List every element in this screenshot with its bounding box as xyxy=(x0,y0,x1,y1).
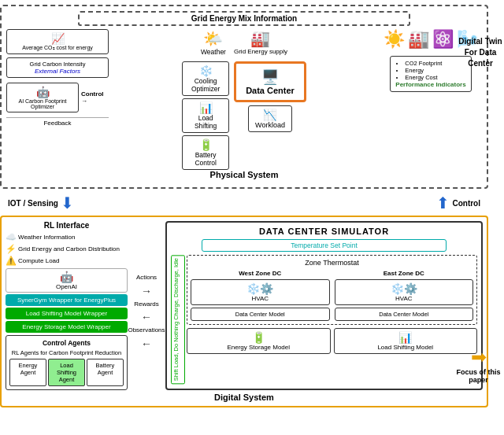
east-dc-model-box: Data Center Model xyxy=(335,308,474,321)
workload-label: Workload xyxy=(255,121,285,129)
openai-box: 🤖 OpenAI xyxy=(6,268,128,293)
load-shifting-phys-box: 📊 Load Shifting xyxy=(182,98,229,133)
dc-sim-title: DATA CENTER SIMULATOR xyxy=(171,227,477,236)
energy-agent-box: Energy Agent xyxy=(9,359,46,386)
zones-row: West Zone DC ❄️⚙️ HVAC Data Center Model xyxy=(191,270,473,321)
workload-icon: 📉 xyxy=(255,109,285,121)
control-agents-title: Control Agents xyxy=(9,339,124,347)
iot-group: IOT / Sensing ⬇ xyxy=(8,194,74,212)
grid-info-text: Grid Energy and Carbon Distribution xyxy=(18,245,120,253)
grid-energy-banner: Grid Energy Mix Information xyxy=(78,11,411,26)
battery-agent-label: Battery Agent xyxy=(96,362,115,376)
load-shifting-agent-label: Load Shifting Agent xyxy=(57,362,76,383)
battery-box: 🔋 Battery Control xyxy=(182,135,229,170)
center-controls-col: ❄️ Cooling Optimizer 📊 Load Shifting 🔋 B… xyxy=(182,61,229,170)
zone-thermostat: Zone Thermostat West Zone DC ❄️⚙️ HVAC xyxy=(187,255,477,325)
compute-info-item: ⚠️ Compute Load xyxy=(6,256,128,266)
weather-rl-icon: ☁️ xyxy=(6,232,17,242)
openai-label: OpenAI xyxy=(9,283,124,290)
agents-subtitle: RL Agents for Carbon Footprint Reduction xyxy=(9,349,124,356)
workload-box: 📉 Workload xyxy=(248,105,292,132)
agents-row: Energy Agent Load Shifting Agent Battery… xyxy=(9,359,124,386)
iot-arrow-down: ⬇ xyxy=(61,194,74,212)
rl-info-items: ☁️ Weather Information ⚡ Grid Energy and… xyxy=(6,232,128,266)
load-shifting-wrapper: Load Shifting Model Wrapper xyxy=(6,308,128,319)
control-group: ⬆ Control xyxy=(436,194,480,212)
battery-icon: 🔋 xyxy=(187,138,224,151)
dc-label: Data Center xyxy=(246,86,295,95)
control-agents-box: Control Agents RL Agents for Carbon Foot… xyxy=(6,335,128,390)
external-factors-label: External Factors xyxy=(9,68,106,75)
weather-info-item: ☁️ Weather Information xyxy=(6,232,128,242)
grid-carbon-box: Grid Carbon Intensity External Factors xyxy=(6,57,109,78)
digital-title: Digital System xyxy=(6,393,483,402)
temp-set-point: Temperature Set Point xyxy=(202,239,447,252)
main-container: Grid Energy Mix Information 📈 Average CO… xyxy=(0,5,488,407)
nuclear-icon: ⚛️ xyxy=(432,29,454,50)
west-hvac-icon: ❄️⚙️ xyxy=(194,282,327,295)
physical-inner: 📈 Average CO₂ cost for energy Grid Carbo… xyxy=(6,29,482,170)
solar-icon: ☀️ xyxy=(384,29,405,50)
west-dc-model-box: Data Center Model xyxy=(191,308,330,321)
data-center-box: 🖥️ Data Center xyxy=(234,61,306,102)
east-hvac-box: ❄️⚙️ HVAC xyxy=(335,279,474,305)
dc-sim-inner: Shift Load, Do Nothing Charge, Discharge… xyxy=(171,255,477,384)
performance-list: CO2 Footprint Energy Energy Cost xyxy=(395,60,465,81)
cooling-icon: ❄️ xyxy=(187,65,224,77)
control-label-iot: Control xyxy=(452,199,480,208)
energy-storage-model: 🔋 Energy Storage Model xyxy=(187,328,331,354)
ai-carbon-icon: 🤖 xyxy=(9,86,76,98)
east-dc-model-label: Data Center Model xyxy=(338,311,471,318)
east-hvac-label: HVAC xyxy=(338,295,471,302)
digital-twin-label: Digital Twin For Data Center xyxy=(457,36,504,69)
observations-label: Observations xyxy=(128,326,165,334)
phys-center: 🌤️ Weather 🏭 Grid Energy supply ❄️ xyxy=(112,29,376,170)
load-label: Load Shifting xyxy=(187,114,224,130)
grid-info-item: ⚡ Grid Energy and Carbon Distribution xyxy=(6,244,128,254)
cooling-box: ❄️ Cooling Optimizer xyxy=(182,61,229,96)
rl-interface: RL Interface ☁️ Weather Information ⚡ Gr… xyxy=(6,221,128,390)
focus-group: ➡ Focus of this paper xyxy=(453,346,504,384)
west-zone-title: West Zone DC xyxy=(191,270,330,277)
focus-arrow: ➡ xyxy=(453,346,504,368)
rl-title: RL Interface xyxy=(6,221,128,230)
avg-co2-box: 📈 Average CO₂ cost for energy xyxy=(6,29,109,54)
actions-arrow: → xyxy=(141,285,152,297)
grid-icon: 🏭 xyxy=(234,29,287,48)
load-shifting-icon: 📊 xyxy=(337,331,475,344)
dc-simulator: DATA CENTER SIMULATOR Temperature Set Po… xyxy=(165,221,483,390)
cooling-label: Cooling Optimizer xyxy=(187,77,224,93)
west-hvac-label: HVAC xyxy=(194,295,327,302)
weather-icon: 🌤️ xyxy=(201,29,226,48)
shift-col: Shift Load, Do Nothing Charge, Discharge… xyxy=(171,255,185,384)
iot-control-row: IOT / Sensing ⬇ ⬆ Control xyxy=(0,192,488,214)
east-zone-title: East Zone DC xyxy=(335,270,474,277)
energy-storage-model-label: Energy Storage Model xyxy=(190,344,328,351)
west-zone-col: West Zone DC ❄️⚙️ HVAC Data Center Model xyxy=(191,270,330,321)
avg-co2-text: Average CO₂ cost for energy xyxy=(9,45,106,51)
east-zone-col: East Zone DC ❄️⚙️ HVAC Data Center Model xyxy=(335,270,474,321)
battery-label: Battery Control xyxy=(187,151,224,167)
arrows-col: Actions → Rewards ← Observations ← xyxy=(131,221,162,390)
focus-label: Focus of this paper xyxy=(453,368,504,384)
zone-thermostat-title: Zone Thermostat xyxy=(191,259,473,267)
rewards-label: Rewards xyxy=(134,300,159,308)
ai-carbon-box: 🤖 AI Carbon Footprint Optimizer xyxy=(6,83,79,112)
grid-supply-label: Grid Energy supply xyxy=(234,48,287,55)
dc-sim-main: Zone Thermostat West Zone DC ❄️⚙️ HVAC xyxy=(187,255,477,354)
west-hvac-box: ❄️⚙️ HVAC xyxy=(191,279,330,305)
weather-label: Weather xyxy=(201,48,226,56)
weather-row: 🌤️ Weather 🏭 Grid Energy supply xyxy=(201,29,287,56)
weather-col: 🌤️ Weather xyxy=(201,29,226,56)
compute-info-text: Compute Load xyxy=(18,257,59,264)
energy-agent-label: Energy Agent xyxy=(19,362,38,376)
digital-system: RL Interface ☁️ Weather Information ⚡ Gr… xyxy=(0,216,488,407)
control-arrow-up: ⬆ xyxy=(436,194,450,212)
east-hvac-icon: ❄️⚙️ xyxy=(338,282,471,295)
energy-storage-icon: 🔋 xyxy=(190,331,328,344)
synergym-label: SynerGym Wrapper for EnergyPlus xyxy=(9,297,124,304)
main-wrapper: Grid Energy Mix Information 📈 Average CO… xyxy=(0,5,504,407)
observations-arrow: ← xyxy=(141,337,152,350)
energy-storage-wrapper: Energy Storage Model Wrapper xyxy=(6,321,128,333)
center-boxes: ❄️ Cooling Optimizer 📊 Load Shifting 🔋 B… xyxy=(182,61,306,170)
